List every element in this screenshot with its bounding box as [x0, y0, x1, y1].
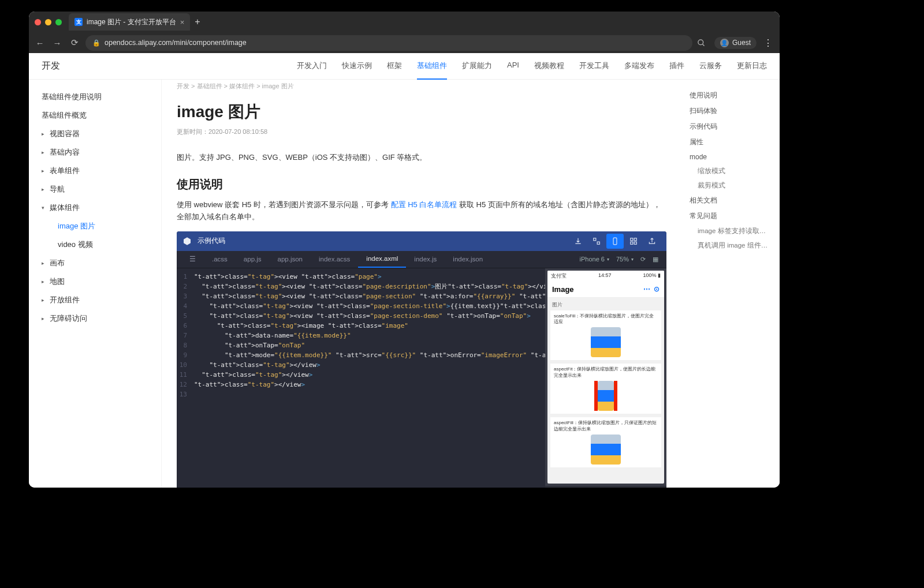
file-tab[interactable]: app.js: [236, 251, 270, 268]
tab-title: image 图片 - 支付宝开放平台: [87, 17, 176, 27]
zoom-select[interactable]: 75%▾: [613, 256, 637, 263]
caret-icon: ▸: [42, 168, 46, 174]
sidebar-group[interactable]: ▸无障碍访问: [35, 309, 155, 328]
topnav-item[interactable]: 插件: [669, 53, 684, 80]
topnav-item[interactable]: 开发工具: [579, 53, 609, 80]
toc-item[interactable]: 扫码体验: [687, 103, 774, 119]
search-icon[interactable]: [697, 39, 710, 47]
download-button[interactable]: [569, 234, 587, 249]
address-bar[interactable]: 🔒 opendocs.alipay.com/mini/component/ima…: [85, 35, 692, 51]
lock-icon: 🔒: [92, 39, 100, 47]
phone-preview-button[interactable]: [606, 234, 624, 249]
device-select[interactable]: iPhone 6▾: [576, 256, 613, 263]
toc-subitem[interactable]: 裁剪模式: [687, 178, 774, 193]
toc: 使用说明扫码体验示例代码属性mode缩放模式裁剪模式相关文档常见问题image …: [681, 80, 780, 488]
traffic-close[interactable]: [35, 19, 41, 25]
whitelist-link[interactable]: 配置 H5 白名单流程: [391, 200, 457, 209]
page-title: image 图片: [177, 101, 666, 123]
sidebar-group[interactable]: ▾媒体组件: [35, 199, 155, 217]
svg-rect-7: [631, 242, 633, 244]
site-title: 开发: [42, 60, 60, 72]
caret-icon: ▸: [42, 316, 46, 321]
sidebar-group[interactable]: ▸基础内容: [35, 143, 155, 162]
toc-item[interactable]: 示例代码: [687, 119, 774, 134]
qr-button[interactable]: [588, 234, 605, 249]
svg-line-1: [702, 44, 704, 46]
browser-menu-button[interactable]: ⋮: [761, 38, 775, 48]
breadcrumb: 开发 > 基础组件 > 媒体组件 > image 图片: [177, 80, 666, 91]
file-tab[interactable]: index.axml: [358, 251, 406, 268]
update-time: 更新时间：2020-07-20 08:10:58: [177, 128, 666, 136]
topnav-item[interactable]: 快速示例: [342, 53, 372, 80]
topnav-item[interactable]: 开发入门: [297, 53, 327, 80]
toc-item[interactable]: 相关文档: [687, 193, 774, 208]
file-list-toggle[interactable]: ☰: [181, 251, 204, 268]
svg-rect-6: [634, 238, 636, 240]
preview-more-icon[interactable]: ⋯: [643, 285, 650, 293]
caret-icon: ▸: [42, 149, 46, 155]
preview-section: 图片: [547, 298, 664, 310]
sidebar-group[interactable]: ▸视图容器: [35, 125, 155, 143]
sidebar-group[interactable]: ▸画布: [35, 254, 155, 272]
refresh-button[interactable]: ⟳: [637, 256, 649, 263]
code-editor[interactable]: 1"t-att">class="t-tag"><view "t-att">cla…: [177, 268, 545, 488]
device-preview: 支付宝 14:57 100% ▮ Image ⋯⊙ 图片 scaleToFill…: [545, 268, 666, 488]
preview-close-icon[interactable]: ⊙: [654, 285, 660, 293]
topnav-item[interactable]: 云服务: [699, 53, 722, 80]
sidebar-group[interactable]: ▸导航: [35, 180, 155, 199]
toc-subitem[interactable]: 缩放模式: [687, 164, 774, 178]
layout-button[interactable]: ▦: [649, 256, 662, 263]
new-tab-button[interactable]: +: [195, 17, 200, 27]
traffic-max[interactable]: [55, 19, 62, 25]
file-tab[interactable]: index.json: [445, 251, 491, 268]
sidebar-subitem[interactable]: video 视频: [51, 235, 155, 254]
preview-card: aspectFill：保持纵横比缩放图片，只保证图片的短边能完全显示出来: [550, 417, 661, 467]
sidebar-item[interactable]: 基础组件使用说明: [35, 88, 155, 106]
toc-item[interactable]: 属性: [687, 134, 774, 150]
topnav-item[interactable]: 基础组件: [417, 53, 447, 80]
sidebar: 基础组件使用说明基础组件概览▸视图容器▸基础内容▸表单组件▸导航▾媒体组件ima…: [29, 80, 162, 488]
url-text: opendocs.alipay.com/mini/component/image: [105, 39, 247, 47]
file-tab[interactable]: app.json: [270, 251, 311, 268]
forward-button[interactable]: →: [51, 38, 64, 48]
caret-icon: ▸: [42, 279, 46, 284]
sidebar-group[interactable]: ▸地图: [35, 272, 155, 291]
mascot-image: [594, 381, 617, 411]
file-tab[interactable]: index.acss: [311, 251, 358, 268]
sidebar-group[interactable]: ▸开放组件: [35, 291, 155, 309]
toc-item[interactable]: 使用说明: [687, 88, 774, 103]
preview-card: aspectFit：保持纵横比缩放图片，使图片的长边能完全显示出来: [550, 364, 661, 414]
close-tab-icon[interactable]: ×: [180, 18, 185, 27]
sidebar-subitem[interactable]: image 图片: [51, 217, 155, 235]
caret-icon: ▸: [42, 186, 46, 192]
toc-item[interactable]: 常见问题: [687, 208, 774, 224]
grid-button[interactable]: [625, 234, 642, 249]
topnav-item[interactable]: 多端发布: [624, 53, 654, 80]
sidebar-item[interactable]: 基础组件概览: [35, 106, 155, 125]
topnav-item[interactable]: API: [507, 53, 519, 80]
reload-button[interactable]: ⟳: [68, 38, 81, 48]
topnav-item[interactable]: 扩展能力: [462, 53, 492, 80]
traffic-min[interactable]: [45, 19, 51, 25]
browser-tab[interactable]: 支 image 图片 - 支付宝开放平台 ×: [69, 13, 190, 31]
file-tab[interactable]: .acss: [204, 251, 236, 268]
share-button[interactable]: [643, 234, 661, 249]
back-button[interactable]: ←: [33, 38, 46, 48]
sidebar-group[interactable]: ▸表单组件: [35, 162, 155, 180]
topnav-item[interactable]: 更新日志: [737, 53, 767, 80]
topnav-item[interactable]: 框架: [387, 53, 402, 80]
file-tab[interactable]: index.js: [406, 251, 445, 268]
profile-label: Guest: [732, 39, 751, 47]
svg-rect-8: [634, 242, 636, 244]
profile-chip[interactable]: 👤 Guest: [714, 37, 757, 49]
toc-subitem[interactable]: image 标签支持读取流文…: [687, 224, 774, 238]
ide-logo-icon: [182, 236, 193, 246]
section-heading: 使用说明: [177, 177, 666, 192]
toc-subitem[interactable]: 真机调用 image 组件，…: [687, 238, 774, 253]
caret-icon: ▾: [42, 205, 46, 211]
svg-rect-3: [597, 242, 599, 244]
toc-item[interactable]: mode: [687, 150, 774, 164]
mascot-image: [591, 435, 621, 465]
svg-rect-4: [613, 238, 617, 245]
topnav-item[interactable]: 视频教程: [534, 53, 564, 80]
